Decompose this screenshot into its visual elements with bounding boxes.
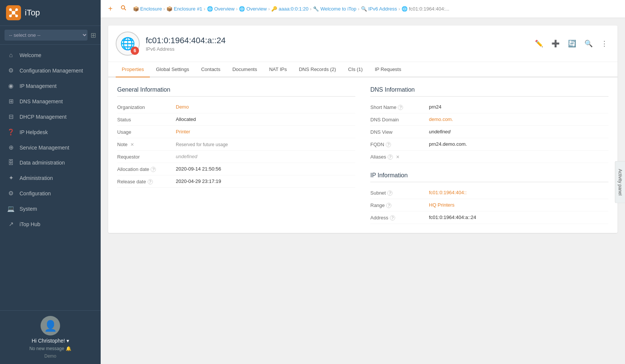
value-dns-view: undefined [429,129,608,134]
dhcp-management-icon: ⊟ [7,113,15,120]
bc-ipv6[interactable]: 🔍 IPv6 Address [361,6,397,12]
bc-welcome[interactable]: 🔧 Welcome to iTop [313,6,356,12]
label-dns-view: DNS View [370,129,423,135]
svg-point-9 [121,6,125,9]
note-text: Reserved for future usage [176,142,228,147]
refresh-button[interactable]: 🔄 [566,38,578,49]
dns-management-icon: ⊞ [7,98,15,105]
value-range[interactable]: HQ Printers [429,202,608,208]
field-release-date: Release date ? 2020-04-29 23:17:19 [117,175,355,188]
field-allocation-date: Allocation date ? 2020-09-14 21:50:56 [117,163,355,175]
sidebar-item-label: DHCP Management [20,114,66,120]
label-address: Address ? [370,214,423,221]
label-note: Note ✕ [117,141,170,147]
sidebar-item-administration[interactable]: ✦Administration [0,170,101,186]
activity-panel-toggle[interactable]: Activity panel [615,161,625,203]
tab-cis[interactable]: CIs (1) [342,62,369,77]
selector-row[interactable]: -- select one -- ⊞ [0,26,101,45]
org-tree-icon: ⊞ [91,31,96,39]
tab-contacts[interactable]: Contacts [195,62,226,77]
field-dns-domain: DNS Domain demo.com. [370,113,608,126]
field-organization: Organization Demo [117,101,355,113]
administration-icon: ✦ [7,174,15,181]
tab-nat-ips[interactable]: NAT IPs [263,62,293,77]
service-management-icon: ⊕ [7,144,15,151]
bc-overview2[interactable]: 🌐 Overview [239,6,267,12]
tab-dns-records[interactable]: DNS Records (2) [293,62,342,77]
value-release-date: 2020-04-29 23:17:19 [176,178,355,184]
create-button[interactable]: ➕ [549,38,562,49]
sidebar-item-label: Data administration [20,160,65,166]
data-administration-icon: 🗄 [7,159,15,166]
value-dns-domain[interactable]: demo.com. [429,116,608,122]
bc-overview1[interactable]: 🌐 Overview [207,6,235,12]
logo-area: iTop [0,0,101,26]
sidebar-item-itop-hub[interactable]: ↗iTop Hub [0,216,101,232]
record-icon: 🌐 6 [116,32,140,56]
record-badge: 6 [131,47,139,55]
general-info-section: General Information Organization Demo St… [117,86,355,224]
label-usage: Usage [117,129,170,135]
field-short-name: Short Name ? prn24 [370,101,608,113]
card-header: 🌐 6 fc01:0:1964:404:a::24 IPv6 Address ✏… [108,26,617,62]
edit-button[interactable]: ✏️ [533,38,545,49]
field-range: Range ? HQ Printers [370,199,608,211]
sidebar-item-dns-management[interactable]: ⊞DNS Management [0,94,101,109]
record-card: 🌐 6 fc01:0:1964:404:a::24 IPv6 Address ✏… [108,26,617,233]
label-aliases: Aliases ? ✕ [370,154,423,160]
bell-icon: 🔔 [66,346,71,351]
logo-text: iTop [25,8,40,18]
value-organization[interactable]: Demo [176,104,355,110]
aliases-help: ? [388,154,393,160]
sidebar-item-label: Configuration [20,190,51,196]
value-fqdn: prn24.demo.com. [429,141,608,147]
sidebar-item-configuration-management[interactable]: ⚙Configuration Management [0,63,101,78]
user-name[interactable]: Hi Christophe! ▾ [32,338,69,344]
add-button[interactable]: + [107,3,114,15]
search-button[interactable] [119,3,128,15]
value-usage[interactable]: Printer [176,129,355,134]
field-aliases: Aliases ? ✕ [370,151,608,163]
aliases-clear-icon[interactable]: ✕ [396,154,400,160]
sidebar-item-welcome[interactable]: ⌂Welcome [0,48,101,63]
sidebar-item-configuration[interactable]: ⚙Configuration [0,186,101,201]
topbar: + 📦 Enclosure › 📦 Enclosure #1 › 🌐 Overv… [101,0,625,18]
sidebar-item-service-management[interactable]: ⊕Service Management [0,140,101,155]
welcome-icon: ⌂ [7,52,15,59]
bc-enclosure1[interactable]: 📦 Enclosure #1 [166,6,202,12]
org-selector[interactable]: -- select one -- [5,30,88,41]
release-date-help: ? [148,179,153,184]
sidebar-item-label: Administration [20,175,53,181]
label-release-date: Release date ? [117,178,170,184]
field-usage: Usage Printer [117,126,355,138]
sidebar-item-ip-helpdesk[interactable]: ❓IP Helpdesk [0,124,101,140]
sidebar-item-ip-management[interactable]: ◉IP Management [0,78,101,94]
record-title-area: fc01:0:1964:404:a::24 IPv6 Address [146,36,226,52]
tab-global-settings[interactable]: Global Settings [150,62,195,77]
address-help: ? [390,215,395,221]
tab-properties[interactable]: Properties [116,62,150,77]
bc-ipv6addr1[interactable]: 🔑 aaaa:0:0:1:20 [271,6,308,12]
value-subnet[interactable]: fc01:0:1964:404:: [429,190,608,195]
bc-enclosure[interactable]: 📦 Enclosure [133,6,162,12]
tab-documents[interactable]: Documents [226,62,263,77]
search-record-button[interactable]: 🔍 [582,38,595,49]
short-name-help: ? [398,105,403,110]
sidebar-item-dhcp-management[interactable]: ⊟DHCP Management [0,109,101,124]
label-fqdn: FQDN ? [370,141,423,147]
sidebar-item-label: System [20,206,37,212]
tab-ip-requests[interactable]: IP Requests [369,62,408,77]
no-message-label: No new message 🔔 [29,346,71,351]
sidebar-item-label: iTop Hub [20,221,40,227]
main-area: + 📦 Enclosure › 📦 Enclosure #1 › 🌐 Overv… [101,0,625,364]
more-button[interactable]: ⋮ [599,38,610,49]
sidebar-item-system[interactable]: 💻System [0,201,101,216]
ip-helpdesk-icon: ❓ [7,128,15,136]
label-short-name: Short Name ? [370,104,423,110]
label-status: Status [117,116,170,122]
field-note: Note ✕ Reserved for future usage [117,138,355,151]
sidebar-item-data-administration[interactable]: 🗄Data administration [0,155,101,170]
record-subtitle: IPv6 Address [146,46,226,52]
note-edit-icon[interactable]: ✕ [130,142,134,147]
subnet-help: ? [387,190,393,196]
